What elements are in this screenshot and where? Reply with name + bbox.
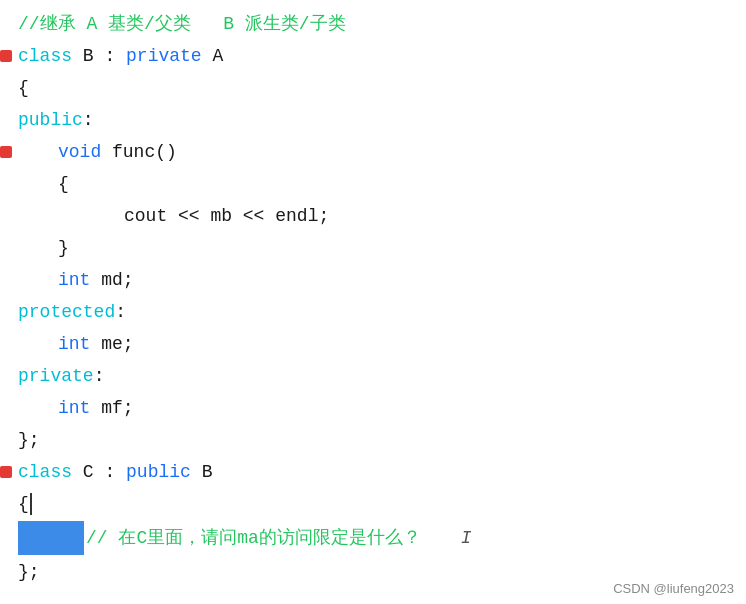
code-line-11: int me; [0,328,746,360]
code-line-7: cout << mb << endl; [0,200,746,232]
code-text-13: int mf; [14,393,134,423]
code-text-6: { [14,169,69,199]
code-line-8: } [0,232,746,264]
code-text-2: class B : private A [14,41,223,71]
breakpoint-marker-5 [0,146,12,158]
breakpoint-marker-15 [0,466,12,478]
code-line-6: { [0,168,746,200]
code-line-17: // 在C里面，请问ma的访问限定是什么？I [0,520,746,556]
code-line-14: }; [0,424,746,456]
code-text-10: protected: [14,297,126,327]
code-text-18: }; [14,557,40,587]
code-text-17: // 在C里面，请问ma的访问限定是什么？I [14,521,472,555]
code-text-15: class C : public B [14,457,212,487]
cursor-icon: I [461,528,472,548]
code-text-7: cout << mb << endl; [14,201,329,231]
code-line-9: int md; [0,264,746,296]
code-text-12: private: [14,361,104,391]
code-text-16: { [14,489,32,519]
code-line-3: { [0,72,746,104]
code-line-10: protected: [0,296,746,328]
highlight-selection [18,521,84,555]
code-text-3: { [14,73,29,103]
breakpoint-marker-2 [0,50,12,62]
code-text-4: public: [14,105,94,135]
code-line-5: void func() [0,136,746,168]
code-line-16: { [0,488,746,520]
code-text-11: int me; [14,329,134,359]
code-line-2: class B : private A [0,40,746,72]
code-line-4: public: [0,104,746,136]
code-line-13: int mf; [0,392,746,424]
code-text-1: //继承 A 基类/父类 B 派生类/子类 [14,9,346,39]
code-line-1: //继承 A 基类/父类 B 派生类/子类 [0,8,746,40]
code-line-15: class C : public B [0,456,746,488]
code-editor: //继承 A 基类/父类 B 派生类/子类 class B : private … [0,0,746,604]
code-text-9: int md; [14,265,134,295]
watermark: CSDN @liufeng2023 [613,581,734,596]
code-text-8: } [14,233,69,263]
code-line-12: private: [0,360,746,392]
code-text-5: void func() [14,137,177,167]
code-text-14: }; [14,425,40,455]
